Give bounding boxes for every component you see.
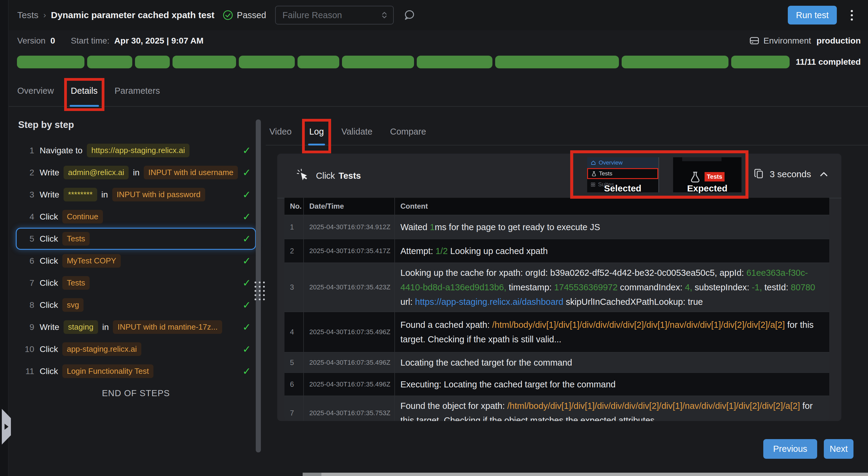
next-button[interactable]: Next (824, 439, 854, 459)
log-text-segment: testId: (762, 282, 791, 292)
previous-button[interactable]: Previous (763, 439, 817, 459)
step-passed-check-icon: ✓ (242, 366, 251, 376)
log-row-4: 42025-04-30T16:07:35.496ZFound a cached … (284, 312, 829, 352)
step-action: Click (40, 300, 58, 310)
progress-bar (17, 56, 789, 68)
step-connector: in (101, 190, 108, 200)
log-row-5: 52025-04-30T16:07:35.496ZLocating the ca… (284, 352, 829, 373)
step-target-chip: MyTest COPY (62, 254, 121, 268)
step-target-chip: INPUT with id password (112, 188, 205, 201)
log-row-number: 3 (284, 263, 304, 311)
log-text-segment: /html/body/div[1]/div[1]/div/div/div/div… (492, 320, 785, 330)
col-header-content: Content (395, 198, 829, 215)
step-row-5[interactable]: 5ClickTests✓ (16, 228, 256, 250)
tab-video[interactable]: Video (269, 120, 292, 145)
main-tabs: Overview Details Parameters (9, 76, 868, 107)
step-row-9[interactable]: 9WritestaginginINPUT with id mantine-17z… (16, 316, 256, 338)
tab-validate[interactable]: Validate (341, 120, 373, 145)
flask-icon (690, 171, 700, 183)
step-passed-check-icon: ✓ (242, 234, 251, 244)
step-number: 1 (22, 146, 34, 156)
selected-thumbnail-label: Selected (587, 183, 658, 194)
detail-tabs: Video Log Validate Compare (266, 120, 868, 145)
progress-segment (87, 56, 132, 68)
tab-parameters[interactable]: Parameters (115, 76, 160, 106)
log-row-timestamp: 2025-04-30T16:07:35.417Z (304, 239, 395, 263)
step-number: 5 (22, 234, 34, 244)
progress-segment (342, 56, 414, 68)
log-row-2: 22025-04-30T16:07:35.417ZAttempt: 1/2 Lo… (284, 239, 829, 263)
log-step-target: Tests (339, 171, 361, 181)
start-time-label: Start time: (71, 36, 110, 46)
meta-row: Version 0 Start time: Apr 30, 2025 | 9:0… (9, 30, 868, 52)
step-action: Click (40, 367, 58, 376)
step-value-chip: admin@relicx.ai (64, 166, 129, 179)
log-row-3: 32025-04-30T16:07:35.423ZLooking up the … (284, 263, 829, 312)
step-row-10[interactable]: 10Clickapp-staging.relicx.ai✓ (16, 338, 256, 360)
tab-details[interactable]: Details (71, 76, 98, 106)
failure-reason-select[interactable]: Failure Reason (275, 6, 394, 25)
step-row-1[interactable]: 1Navigate tohttps://app-staging.relicx.a… (16, 139, 256, 162)
step-row-6[interactable]: 6ClickMyTest COPY✓ (16, 250, 256, 272)
mini-nav-tests: Tests (587, 168, 658, 179)
log-url-link[interactable]: https://app-staging.relicx.ai/dashboard (415, 297, 563, 307)
log-row-timestamp: 2025-04-30T16:07:35.753Z (304, 396, 395, 421)
environment-label: Environment (764, 36, 811, 46)
more-options-button[interactable] (849, 8, 855, 22)
copy-icon[interactable] (754, 168, 765, 180)
horizontal-scrollbar[interactable] (303, 473, 868, 476)
step-number: 10 (22, 344, 34, 354)
expected-target-highlight: Tests (705, 172, 725, 181)
pagination: Previous Next (763, 439, 854, 459)
log-row-content: Found a cached xpath: /html/body/div[1]/… (395, 312, 829, 352)
step-passed-check-icon: ✓ (242, 190, 251, 200)
panel-resize-handle[interactable] (254, 281, 265, 300)
step-row-4[interactable]: 4ClickContinue✓ (16, 206, 256, 228)
comment-button[interactable] (403, 9, 415, 22)
progress-segment (298, 56, 339, 68)
step-target-chip: app-staging.relicx.ai (62, 342, 141, 356)
step-number: 3 (22, 190, 34, 200)
log-text-segment: /html/body/div[1]/div[1]/div/div/div/div… (507, 401, 800, 411)
home-icon (591, 160, 596, 165)
step-number: 4 (22, 212, 34, 222)
expected-screenshot-thumbnail[interactable]: Tests Expected (673, 157, 742, 192)
step-action: Write (40, 322, 59, 332)
step-row-3[interactable]: 3Write********inINPUT with id password✓ (16, 183, 256, 206)
log-text-segment: substepIndex: (692, 282, 752, 292)
step-value-chip: ******** (64, 188, 97, 201)
step-action: Click (40, 344, 58, 354)
progress-segment (731, 56, 789, 68)
progress-label: 11/11 completed (796, 57, 861, 67)
status-text: Passed (237, 10, 266, 20)
log-text-segment: Locating the cached target for the comma… (400, 358, 572, 367)
log-row-content: Found the object for xpath: /html/body/d… (395, 396, 829, 421)
log-text-segment: Found a cached xpath: (400, 320, 492, 330)
step-row-7[interactable]: 7ClickTests✓ (16, 272, 256, 294)
app-screen: Tests › Dynamic parameter cached xpath t… (0, 0, 868, 476)
progress-segment (135, 56, 170, 68)
log-row-timestamp: 2025-04-30T16:07:35.496Z (304, 373, 395, 396)
select-chevrons-icon (381, 11, 388, 19)
selected-screenshot-thumbnail[interactable]: Overview Tests Suites (587, 157, 659, 192)
log-row-timestamp: 2025-04-30T16:07:34.912Z (304, 215, 395, 239)
top-bar: Tests › Dynamic parameter cached xpath t… (9, 0, 868, 30)
step-row-11[interactable]: 11ClickLogin Functionality Test✓ (16, 360, 256, 382)
tab-log[interactable]: Log (309, 120, 324, 145)
log-text-segment: Executing: Locating the cached target fo… (400, 379, 616, 389)
steps-panel-title: Step by step (18, 120, 256, 130)
step-action: Click (40, 256, 58, 266)
log-table-header: No. Date/Time Content (284, 198, 829, 215)
step-number: 2 (22, 168, 34, 177)
collapse-button[interactable] (819, 171, 828, 177)
run-test-button[interactable]: Run test (788, 6, 837, 25)
log-row-number: 1 (284, 215, 304, 239)
breadcrumb[interactable]: Tests (17, 10, 38, 20)
step-number: 8 (22, 300, 34, 310)
progress-segment (239, 56, 295, 68)
environment-value: production (816, 36, 861, 46)
tab-compare[interactable]: Compare (390, 120, 426, 145)
tab-overview[interactable]: Overview (17, 76, 54, 106)
step-row-8[interactable]: 8Clicksvg✓ (16, 294, 256, 316)
step-row-2[interactable]: 2Writeadmin@relicx.aiinINPUT with id use… (16, 162, 256, 183)
